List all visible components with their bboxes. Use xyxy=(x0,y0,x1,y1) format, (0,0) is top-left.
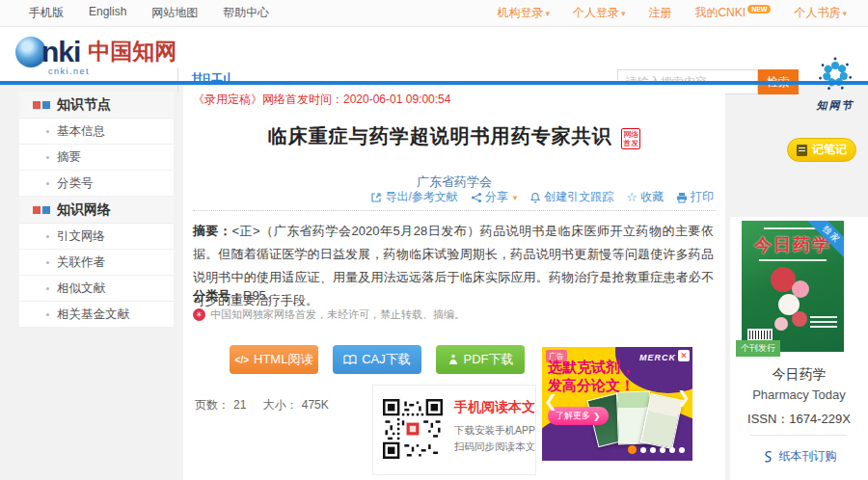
author-link[interactable]: 广东省药学会 xyxy=(417,174,492,189)
mobile-read-line1: 下载安装手机APP xyxy=(454,424,535,438)
ad-banner[interactable]: 广告 选默克试剂， 发高分论文！ 了解更多❯ MERCK ✕ ❮ ❯ xyxy=(542,347,692,461)
topbar: 手机版 English 网站地图 帮助中心 机构登录▾ 个人登录▾ 注册 我的C… xyxy=(0,0,868,27)
mobile-read-line2: 扫码同步阅读本文 xyxy=(454,440,535,454)
topbar-link-mobile[interactable]: 手机版 xyxy=(29,5,64,21)
star-icon: ☆ xyxy=(626,190,637,204)
sidebar-item-similar-literature[interactable]: 相似文献 xyxy=(19,276,174,302)
pages-value: 21 xyxy=(233,398,246,412)
carousel-dot[interactable] xyxy=(628,445,637,454)
carousel-next-button[interactable]: ❯ xyxy=(677,387,691,408)
site-header: nki cnki.net 中国知网 期刊 检索 知网节 xyxy=(0,27,868,81)
export-reference-button[interactable]: 导出/参考文献 xyxy=(370,189,457,205)
cover-info-lines xyxy=(810,313,837,328)
journal-name[interactable]: 今日药学 xyxy=(730,366,868,384)
bullet-icon xyxy=(46,313,49,316)
topbar-link-english[interactable]: English xyxy=(89,5,126,21)
print-button[interactable]: 打印 xyxy=(676,189,714,205)
arrow-right-icon: ❯ xyxy=(593,412,601,421)
online-first-badge: 网络首发 xyxy=(621,128,640,149)
download-buttons: </> HTML阅读 CAJ下载 PDF下载 xyxy=(230,345,525,374)
chevron-down-icon: ▾ xyxy=(545,9,550,18)
journal-name-english: Pharmacy Today xyxy=(730,387,868,402)
close-icon[interactable]: ✕ xyxy=(678,350,690,361)
my-cnki-link[interactable]: 我的CNKINEW xyxy=(694,5,771,21)
size-value: 475K xyxy=(302,398,329,412)
bullet-icon xyxy=(46,182,49,185)
carousel-dot[interactable] xyxy=(660,447,665,453)
topbar-left-links: 手机版 English 网站地图 帮助中心 xyxy=(29,5,269,21)
abstract-label: 摘要： xyxy=(193,224,231,238)
printer-icon xyxy=(676,192,688,203)
page-title: 临床重症与药学超说明书用药专家共识 xyxy=(268,125,612,147)
topbar-link-sitemap[interactable]: 网站地图 xyxy=(151,5,198,21)
notebook-icon xyxy=(797,145,807,156)
carousel-dots[interactable] xyxy=(628,445,685,454)
print-subscription-link[interactable]: 纸本刊订购 xyxy=(730,448,868,465)
chevron-down-icon: ▾ xyxy=(621,9,626,18)
pdf-download-button[interactable]: PDF下载 xyxy=(436,345,525,374)
brand-chinese-name: 中国知网 xyxy=(88,37,176,66)
citation-alert-button[interactable]: 创建引文跟踪 xyxy=(529,189,613,205)
class-number-label: 分类号： xyxy=(193,288,243,303)
section-title: 知识节点 xyxy=(57,96,111,114)
personal-study-link[interactable]: 个人书房▾ xyxy=(794,5,847,21)
share-icon xyxy=(471,192,482,203)
ad-brand-logo: MERCK xyxy=(639,353,676,362)
journal-cover[interactable]: 今日药学 独家 xyxy=(742,221,844,352)
cnki-logo[interactable]: nki cnki.net 中国知网 xyxy=(15,37,176,67)
carousel-dot[interactable] xyxy=(650,447,656,453)
sidebar-item-citation-network[interactable]: 引文网络 xyxy=(19,224,174,250)
sidebar-item-basic-info[interactable]: 基本信息 xyxy=(19,119,174,145)
abstract-block: 摘要：<正>（广东省药学会2020年5月28日发布）药品说明书是临床医师开立药物… xyxy=(193,220,714,312)
take-note-button[interactable]: 记笔记 xyxy=(787,138,856,162)
personal-login-link[interactable]: 个人登录▾ xyxy=(573,5,626,21)
chevron-down-icon: ▾ xyxy=(513,193,518,202)
brand-domain: cnki.net xyxy=(48,67,90,76)
html-read-button[interactable]: </> HTML阅读 xyxy=(230,345,318,374)
topbar-link-help[interactable]: 帮助中心 xyxy=(223,5,269,21)
divider xyxy=(750,435,847,436)
sidebar-section-knowledge-network: 知识网络 xyxy=(19,197,174,224)
ad-headline-line2: 发高分论文！ xyxy=(548,377,635,395)
journal-panel: 今日药学 独家 个刊发行 今日药学 Pharmacy Today ISSN：16… xyxy=(730,217,868,480)
mobile-read-card: 手机阅读本文 下载安装手机APP 扫码同步阅读本文 xyxy=(372,385,536,475)
register-link[interactable]: 注册 xyxy=(648,5,671,21)
bullet-icon xyxy=(46,287,49,290)
paper-subscription-icon xyxy=(762,450,774,463)
caj-download-button[interactable]: CAJ下载 xyxy=(333,345,421,374)
class-number-row: 分类号：R95 xyxy=(193,287,266,305)
cover-flower-art xyxy=(792,311,807,327)
abstract-text: <正>（广东省药学会2020年5月28日发布）药品说明书是临床医师开立药物的主要… xyxy=(193,224,714,307)
carousel-dot[interactable] xyxy=(669,447,675,453)
share-button[interactable]: 分享▾ xyxy=(471,189,518,205)
cover-decoration xyxy=(764,227,822,229)
article-toolbar: 导出/参考文献 分享▾ 创建引文跟踪 ☆ 收藏 打印 xyxy=(370,189,714,205)
page-body: 知识节点 基本信息 摘要 分类号 知识网络 引文网络 关联作者 相似文献 相关基… xyxy=(0,85,868,480)
carousel-dot[interactable] xyxy=(640,447,646,453)
sidebar-item-abstract[interactable]: 摘要 xyxy=(19,145,174,171)
carousel-dot[interactable] xyxy=(679,447,685,453)
sidebar-item-related-fund-literature[interactable]: 相关基金文献 xyxy=(19,302,174,328)
divider xyxy=(193,210,716,211)
sidebar-item-related-authors[interactable]: 关联作者 xyxy=(19,250,174,276)
ad-headline-line1: 选默克试剂， xyxy=(548,359,635,377)
mobile-read-title: 手机阅读本文 xyxy=(454,399,535,416)
bullet-icon xyxy=(46,130,49,133)
brand-letters: nki xyxy=(41,37,80,67)
org-login-link[interactable]: 机构登录▾ xyxy=(497,5,550,21)
cover-decoration xyxy=(759,259,827,261)
bell-icon xyxy=(529,192,541,203)
exclusive-notice: ✳ 中国知网独家网络首发，未经许可，禁止转载、摘编。 xyxy=(193,307,465,322)
bullet-icon xyxy=(46,156,49,159)
qr-code xyxy=(383,399,443,459)
size-label: 大小： xyxy=(263,398,298,412)
sidebar-item-class-number[interactable]: 分类号 xyxy=(19,171,174,197)
class-number-value: R95 xyxy=(243,288,266,303)
section-title: 知识网络 xyxy=(57,201,111,219)
carousel-prev-button[interactable]: ❮ xyxy=(544,391,557,412)
code-icon: </> xyxy=(235,355,249,365)
chevron-down-icon: ▾ xyxy=(842,9,847,18)
new-badge: NEW xyxy=(747,5,771,13)
favorite-button[interactable]: ☆ 收藏 xyxy=(626,189,664,205)
section-icon xyxy=(33,101,41,109)
